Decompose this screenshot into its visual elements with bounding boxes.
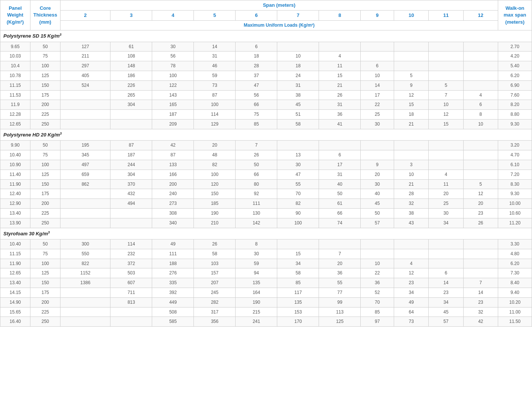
cell-s9: 25: [361, 110, 394, 120]
cell-wo: 6.10: [498, 160, 532, 170]
core-thickness-header: CoreThickness(mm): [30, 0, 60, 30]
cell-s9: 9: [361, 160, 394, 170]
cell-s5: 59: [194, 71, 236, 81]
cell-s4: 166: [152, 170, 194, 179]
cell-s2: 822: [60, 259, 110, 268]
cell-s8: 74: [319, 218, 361, 228]
cell-s8: [319, 239, 361, 249]
span-meters-header: Span (meters): [60, 0, 498, 11]
cell-wo: 10.00: [498, 199, 532, 209]
cell-s6: 37: [236, 71, 277, 81]
cell-s12: 4: [463, 90, 498, 100]
cell-s2: 550: [60, 249, 110, 259]
section-header-1: Polystyrene HD 20 Kg/m3: [0, 129, 532, 141]
cell-pw: 11.53: [0, 90, 30, 100]
section-title-1: Polystyrene HD 20 Kg/m3: [0, 129, 532, 141]
cell-ct: 250: [30, 317, 60, 327]
header-row-1: PanelWeight(Kg/m²) CoreThickness(mm) Spa…: [0, 0, 532, 11]
cell-s3: 148: [110, 61, 152, 71]
cell-s5: 190: [194, 208, 236, 218]
cell-s8: 21: [319, 80, 361, 90]
cell-s6: 30: [236, 249, 277, 259]
cell-s7: 58: [277, 268, 319, 278]
cell-s3: 114: [110, 239, 152, 249]
cell-s12: [463, 170, 498, 179]
cell-s3: [110, 120, 152, 129]
cell-ct: 100: [30, 259, 60, 268]
cell-s9: 40: [361, 189, 394, 199]
cell-s5: 14: [194, 42, 236, 52]
cell-s12: 8: [463, 110, 498, 120]
cell-s2: [60, 189, 110, 199]
cell-s9: 50: [361, 208, 394, 218]
cell-s3: 370: [110, 179, 152, 189]
cell-s10: 3: [394, 160, 429, 170]
cell-s7: 34: [277, 259, 319, 268]
cell-s2: [60, 218, 110, 228]
cell-s11: [429, 71, 463, 81]
cell-s12: 32: [463, 307, 498, 317]
cell-s2: 127: [60, 42, 110, 52]
cell-pw: 10.40: [0, 150, 30, 160]
cell-s11: [429, 141, 463, 150]
table-row: 13.90250340210142100745743342611.20: [0, 218, 532, 228]
cell-s5: 210: [194, 218, 236, 228]
cell-s11: [429, 150, 463, 160]
cell-s5: 26: [194, 239, 236, 249]
cell-s5: 73: [194, 80, 236, 90]
cell-wo: 8.20: [498, 100, 532, 110]
cell-s8: 61: [319, 199, 361, 209]
cell-s10: [394, 42, 429, 52]
cell-s7: 15: [277, 249, 319, 259]
cell-ct: 225: [30, 307, 60, 317]
table-row: 12.40175432240150927050402820129.30: [0, 189, 532, 199]
cell-s7: 13: [277, 150, 319, 160]
cell-s12: [463, 249, 498, 259]
cell-s5: 58: [194, 249, 236, 259]
col-2-header: 2: [60, 11, 110, 21]
cell-s3: 186: [110, 71, 152, 81]
cell-s4: 335: [152, 278, 194, 288]
cell-ct: 50: [30, 141, 60, 150]
cell-s4: 200: [152, 179, 194, 189]
cell-pw: 10.40: [0, 239, 30, 249]
cell-s2: 1152: [60, 268, 110, 278]
cell-wo: 5.40: [498, 61, 532, 71]
col-6-header: 6: [236, 11, 277, 21]
cell-s9: 10: [361, 259, 394, 268]
cell-pw: 10.4: [0, 61, 30, 71]
cell-s10: 18: [394, 110, 429, 120]
cell-s4: 56: [152, 52, 194, 61]
cell-ct: 50: [30, 42, 60, 52]
cell-s10: 12: [394, 90, 429, 100]
cell-s4: 308: [152, 208, 194, 218]
cell-s5: 100: [194, 170, 236, 179]
table-row: 16.402505853562411701259773574211.50: [0, 317, 532, 327]
cell-ct: 175: [30, 189, 60, 199]
cell-s4: 449: [152, 297, 194, 307]
cell-wo: 6.20: [498, 259, 532, 268]
cell-s11: [429, 239, 463, 249]
cell-s5: 82: [194, 160, 236, 170]
cell-s12: [463, 80, 498, 90]
cell-ct: 225: [30, 208, 60, 218]
cell-s3: 244: [110, 160, 152, 170]
table-row: 11.901008223721881035934201046.20: [0, 259, 532, 268]
cell-ct: 150: [30, 179, 60, 189]
cell-s11: 57: [429, 317, 463, 327]
cell-s2: [60, 317, 110, 327]
cell-s11: 5: [429, 80, 463, 90]
cell-s2: 1386: [60, 278, 110, 288]
cell-s12: [463, 160, 498, 170]
section-title-0: Polystyrene SD 15 Kg/m3: [0, 30, 532, 42]
table-row: 11.40125659304166100664731201047.20: [0, 170, 532, 179]
cell-s10: [394, 150, 429, 160]
table-row: 10.4050300114492683.30: [0, 239, 532, 249]
cell-pw: 9.65: [0, 42, 30, 52]
col-4-header: 4: [152, 11, 194, 21]
cell-s9: [361, 239, 394, 249]
cell-s5: 317: [194, 307, 236, 317]
cell-s6: 85: [236, 120, 277, 129]
cell-s9: 6: [361, 61, 394, 71]
cell-s9: [361, 52, 394, 61]
